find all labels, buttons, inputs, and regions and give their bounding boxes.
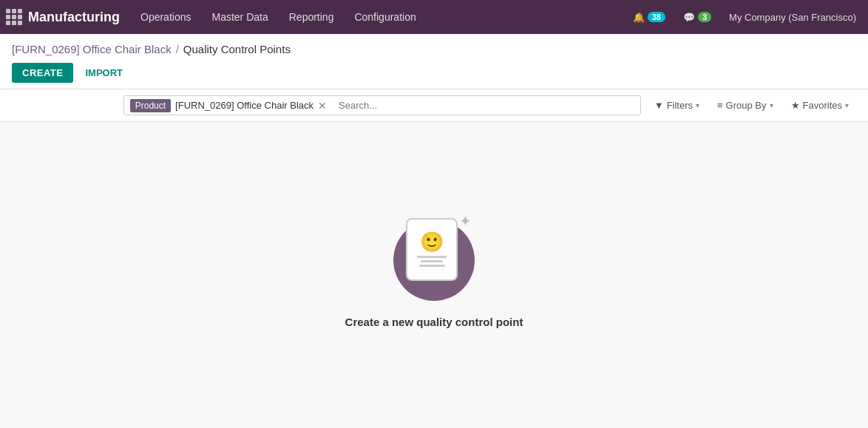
doc-line-3 xyxy=(419,265,445,267)
sparkle-icon: ✦ xyxy=(459,212,471,224)
filter-tag-value: [FURN_0269] Office Chair Black xyxy=(175,100,313,111)
search-filter-area: Product [FURN_0269] Office Chair Black ✕ xyxy=(123,95,641,115)
group-by-label: Group By xyxy=(726,100,767,111)
filters-label: Filters xyxy=(667,100,693,111)
import-button[interactable]: IMPORT xyxy=(82,63,126,83)
filter-tag-label: Product xyxy=(130,99,171,112)
filter-buttons: ▼ Filters ▾ ≡ Group By ▾ ★ Favorites ▾ xyxy=(647,96,856,115)
empty-state: ✦ 🙂 Create a new quality control point xyxy=(345,212,523,328)
group-by-icon: ≡ xyxy=(717,100,723,111)
chat-btn[interactable]: 💬 3 xyxy=(677,9,717,26)
filter-icon: ▼ xyxy=(654,100,664,111)
notifications-btn[interactable]: 🔔 38 xyxy=(627,9,671,26)
doc-lines xyxy=(413,256,450,267)
notifications-badge: 38 xyxy=(648,12,665,22)
bell-icon: 🔔 xyxy=(633,12,645,23)
favorites-arrow-icon: ▾ xyxy=(845,101,849,109)
group-by-button[interactable]: ≡ Group By ▾ xyxy=(710,96,781,115)
nav-reporting[interactable]: Reporting xyxy=(280,7,343,27)
navbar-menu: Operations Master Data Reporting Configu… xyxy=(132,7,627,27)
main-content: ✦ 🙂 Create a new quality control point xyxy=(0,122,868,418)
filters-button[interactable]: ▼ Filters ▾ xyxy=(647,96,707,115)
product-filter-tag: Product [FURN_0269] Office Chair Black ✕ xyxy=(124,97,333,115)
breadcrumb-separator: / xyxy=(176,43,179,55)
nav-operations[interactable]: Operations xyxy=(132,7,200,27)
breadcrumb-current: Quality Control Points xyxy=(183,43,291,55)
filters-arrow-icon: ▾ xyxy=(696,101,699,109)
breadcrumb-bar: [FURN_0269] Office Chair Black / Quality… xyxy=(0,34,868,89)
action-bar: CREATE IMPORT xyxy=(12,63,856,83)
nav-configuration[interactable]: Configuration xyxy=(345,7,424,27)
empty-state-icon-wrap: ✦ 🙂 xyxy=(390,212,478,301)
filter-tag-close-icon[interactable]: ✕ xyxy=(318,101,327,111)
navbar-right: 🔔 38 💬 3 My Company (San Francisco) xyxy=(627,9,862,26)
favorites-button[interactable]: ★ Favorites ▾ xyxy=(784,96,856,115)
doc-face-icon: 🙂 xyxy=(420,232,444,251)
top-navbar: Manufacturing Operations Master Data Rep… xyxy=(0,0,868,34)
create-button[interactable]: CREATE xyxy=(12,63,73,83)
search-bar: Product [FURN_0269] Office Chair Black ✕… xyxy=(0,89,868,122)
empty-state-doc: 🙂 xyxy=(406,218,458,281)
doc-line-2 xyxy=(421,260,443,262)
company-selector[interactable]: My Company (San Francisco) xyxy=(723,9,862,26)
app-switcher-icon[interactable] xyxy=(6,9,22,25)
star-icon: ★ xyxy=(791,100,800,111)
empty-state-title: Create a new quality control point xyxy=(345,316,523,328)
search-input[interactable] xyxy=(333,96,640,115)
breadcrumb: [FURN_0269] Office Chair Black / Quality… xyxy=(12,43,856,55)
favorites-label: Favorites xyxy=(803,100,842,111)
group-by-arrow-icon: ▾ xyxy=(770,101,773,109)
chat-icon: 💬 xyxy=(683,12,695,23)
chat-badge: 3 xyxy=(698,12,711,22)
nav-master-data[interactable]: Master Data xyxy=(203,7,277,27)
app-brand: Manufacturing xyxy=(28,10,120,25)
breadcrumb-parent[interactable]: [FURN_0269] Office Chair Black xyxy=(12,43,172,55)
doc-line-1 xyxy=(417,256,447,258)
